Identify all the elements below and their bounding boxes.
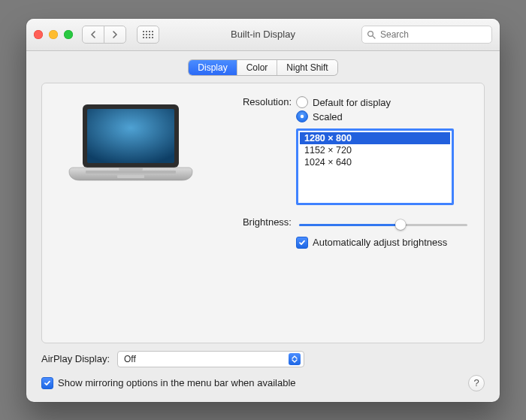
mirroring-checkbox[interactable]: Show mirroring options in the menu bar w…: [41, 377, 296, 389]
airplay-value: Off: [124, 354, 136, 364]
svg-rect-7: [152, 34, 153, 35]
svg-rect-6: [149, 34, 150, 35]
svg-rect-5: [146, 34, 147, 35]
resolution-default-label: Default for display: [313, 95, 391, 110]
resolution-scaled-label: Scaled: [313, 110, 343, 124]
search-icon: [367, 30, 376, 39]
minimize-window-button[interactable]: [49, 30, 58, 39]
auto-brightness-label: Automatically adjust brightness: [313, 237, 447, 248]
content-area: Display Color Night Shift: [26, 51, 500, 402]
svg-rect-0: [143, 31, 144, 32]
airplay-label: AirPlay Display:: [41, 353, 110, 364]
brightness-slider[interactable]: [296, 219, 470, 231]
popup-arrows-icon: [289, 353, 301, 365]
svg-rect-9: [146, 37, 147, 38]
chevron-right-icon: [112, 31, 118, 38]
help-button[interactable]: ?: [468, 375, 485, 391]
svg-rect-11: [152, 37, 153, 38]
laptop-icon: [63, 101, 198, 192]
grid-icon: [143, 31, 153, 38]
zoom-window-button[interactable]: [64, 30, 73, 39]
chevron-left-icon: [90, 31, 96, 38]
resolution-default-radio[interactable]: Default for display: [296, 95, 470, 110]
nav-buttons: [82, 26, 126, 44]
tab-bar: Display Color Night Shift: [189, 60, 337, 75]
resolution-label: Resolution:: [219, 95, 296, 205]
search-input[interactable]: [379, 29, 487, 41]
resolution-scaled-radio[interactable]: Scaled: [296, 110, 470, 124]
svg-rect-15: [87, 109, 174, 163]
svg-rect-2: [149, 31, 150, 32]
resolution-option[interactable]: 1152 × 720: [300, 144, 450, 156]
resolution-list[interactable]: 1280 × 800 1152 × 720 1024 × 640: [296, 128, 454, 205]
svg-rect-16: [119, 168, 143, 171]
tab-display[interactable]: Display: [189, 60, 237, 75]
forward-button[interactable]: [104, 26, 126, 44]
svg-rect-3: [152, 31, 153, 32]
titlebar: Built-in Display: [26, 19, 500, 51]
mirroring-label: Show mirroring options in the menu bar w…: [58, 377, 296, 388]
display-panel: Resolution: Default for display Scaled: [41, 83, 485, 343]
svg-rect-8: [143, 37, 144, 38]
brightness-label: Brightness:: [219, 216, 296, 249]
search-field[interactable]: [361, 26, 492, 44]
svg-rect-10: [149, 37, 150, 38]
svg-line-13: [373, 35, 375, 38]
svg-rect-18: [117, 175, 144, 178]
settings-right: Resolution: Default for display Scaled: [219, 95, 470, 253]
airplay-popup[interactable]: Off: [117, 351, 304, 367]
svg-rect-4: [143, 34, 144, 35]
back-button[interactable]: [82, 26, 104, 44]
svg-rect-17: [86, 171, 176, 174]
svg-rect-1: [146, 31, 147, 32]
show-all-button[interactable]: [137, 26, 159, 44]
resolution-option[interactable]: 1024 × 640: [300, 156, 450, 168]
tab-color[interactable]: Color: [237, 60, 278, 75]
display-preview: [56, 95, 206, 253]
preferences-window: Built-in Display Display Color Night Shi…: [26, 19, 500, 402]
auto-brightness-checkbox[interactable]: Automatically adjust brightness: [296, 237, 470, 249]
footer-area: AirPlay Display: Off Show mirroring opti…: [41, 351, 485, 391]
window-controls: [34, 30, 73, 39]
tab-night-shift[interactable]: Night Shift: [277, 60, 337, 75]
resolution-option[interactable]: 1280 × 800: [300, 132, 450, 144]
close-window-button[interactable]: [34, 30, 43, 39]
